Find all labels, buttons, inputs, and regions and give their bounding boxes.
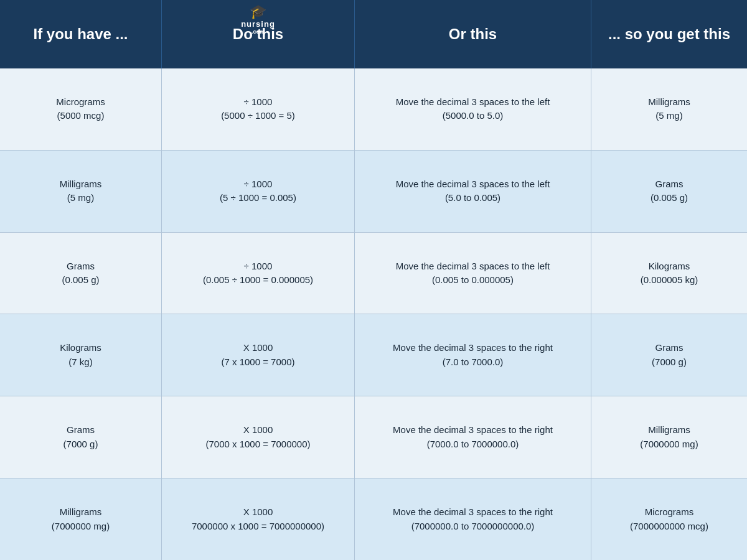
logo-icon: 🎓 (250, 5, 266, 19)
cell-4-3: Move the decimal 3 spaces to the right (… (355, 396, 591, 478)
cell-0-1: Micrograms (5000 mcg) (0, 68, 162, 150)
cell-4-2: X 1000 (7000 x 1000 = 7000000) (162, 396, 355, 478)
cell-2-4: Kilograms (0.000005 kg) (591, 233, 747, 314)
table-row: Grams (0.005 g) ÷ 1000 (0.005 ÷ 1000 = 0… (0, 233, 747, 315)
table-row: Micrograms (5000 mcg) ÷ 1000 (5000 ÷ 100… (0, 68, 747, 151)
header-col2: 🎓 nursing .com Do this (162, 0, 355, 68)
table-row: Grams (7000 g) X 1000 (7000 x 1000 = 700… (0, 396, 747, 478)
cell-5-1: Milligrams (7000000 mg) (0, 478, 162, 560)
table-body: Micrograms (5000 mcg) ÷ 1000 (5000 ÷ 100… (0, 68, 747, 560)
conversion-table: If you have ... 🎓 nursing .com Do this O… (0, 0, 747, 560)
cell-5-3: Move the decimal 3 spaces to the right (… (355, 478, 591, 560)
cell-1-3: Move the decimal 3 spaces to the left (5… (355, 151, 591, 232)
table-row: Kilograms (7 kg) X 1000 (7 x 1000 = 7000… (0, 314, 747, 396)
cell-2-2: ÷ 1000 (0.005 ÷ 1000 = 0.000005) (162, 233, 355, 314)
cell-3-1: Kilograms (7 kg) (0, 314, 162, 396)
cell-0-2: ÷ 1000 (5000 ÷ 1000 = 5) (162, 68, 355, 150)
cell-1-2: ÷ 1000 (5 ÷ 1000 = 0.005) (162, 151, 355, 232)
cell-3-2: X 1000 (7 x 1000 = 7000) (162, 314, 355, 396)
logo-text: nursing (241, 19, 275, 29)
cell-2-3: Move the decimal 3 spaces to the left (0… (355, 233, 591, 314)
cell-2-1: Grams (0.005 g) (0, 233, 162, 314)
cell-1-1: Milligrams (5 mg) (0, 151, 162, 232)
logo-sub: .com (251, 29, 265, 35)
cell-0-4: Milligrams (5 mg) (591, 68, 747, 150)
table-header: If you have ... 🎓 nursing .com Do this O… (0, 0, 747, 68)
cell-3-4: Grams (7000 g) (591, 314, 747, 396)
logo: 🎓 nursing .com (241, 5, 275, 35)
header-col1: If you have ... (0, 0, 162, 68)
header-col4: ... so you get this (591, 0, 747, 68)
cell-4-4: Milligrams (7000000 mg) (591, 396, 747, 478)
cell-3-3: Move the decimal 3 spaces to the right (… (355, 314, 591, 396)
cell-1-4: Grams (0.005 g) (591, 151, 747, 232)
cell-4-1: Grams (7000 g) (0, 396, 162, 478)
cell-0-3: Move the decimal 3 spaces to the left (5… (355, 68, 591, 150)
cell-5-4: Micrograms (7000000000 mcg) (591, 478, 747, 560)
header-col3: Or this (355, 0, 591, 68)
cell-5-2: X 1000 7000000 x 1000 = 7000000000) (162, 478, 355, 560)
table-row: Milligrams (7000000 mg) X 1000 7000000 x… (0, 478, 747, 560)
table-row: Milligrams (5 mg) ÷ 1000 (5 ÷ 1000 = 0.0… (0, 151, 747, 233)
